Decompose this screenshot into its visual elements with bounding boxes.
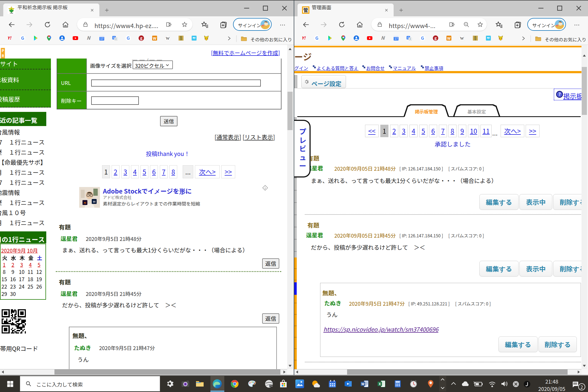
svg-text:?: ?	[558, 91, 561, 97]
svg-text:文: 文	[409, 37, 412, 41]
svg-text:文: 文	[115, 37, 117, 41]
svg-text:W: W	[447, 35, 451, 41]
svg-text:G: G	[421, 35, 424, 41]
svg-text:W: W	[153, 35, 157, 41]
svg-text:字: 字	[474, 38, 477, 41]
svg-text:W: W	[166, 36, 170, 41]
svg-text:W: W	[460, 36, 464, 41]
svg-text:字: 字	[180, 38, 182, 41]
svg-text:Y!: Y!	[302, 35, 306, 41]
svg-text:Pro: Pro	[270, 384, 272, 387]
svg-text:St: St	[93, 200, 96, 203]
svg-text:g: g	[140, 35, 143, 41]
svg-text:N: N	[381, 35, 385, 41]
svg-text:Y!: Y!	[7, 35, 12, 41]
svg-text:G: G	[21, 35, 24, 41]
svg-text:TOKAI: TOKAI	[10, 13, 13, 14]
svg-text:g: g	[434, 35, 437, 41]
svg-text:G: G	[127, 35, 130, 41]
svg-text:管: 管	[303, 7, 308, 13]
svg-text:Ai: Ai	[84, 201, 86, 204]
svg-text:17: 17	[394, 36, 398, 41]
svg-text:W: W	[362, 381, 365, 386]
svg-text:G: G	[315, 35, 318, 41]
svg-text:X: X	[379, 381, 381, 386]
svg-text:N: N	[87, 35, 91, 41]
svg-text:17: 17	[100, 36, 103, 41]
